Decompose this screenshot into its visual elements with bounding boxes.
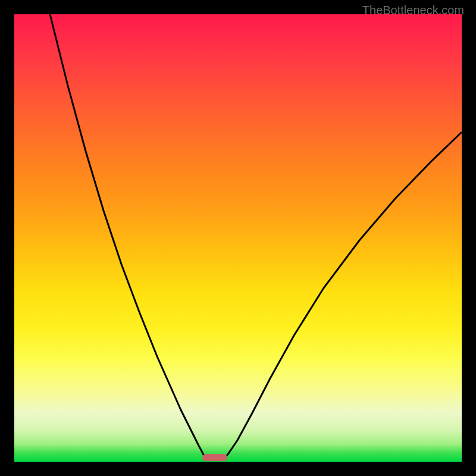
bottleneck-marker: [202, 454, 227, 461]
watermark-text: TheBottleneck.com: [362, 4, 464, 17]
right-curve: [224, 132, 462, 459]
plot-area: [14, 14, 462, 462]
left-curve: [50, 14, 206, 459]
curve-layer: [14, 14, 462, 462]
